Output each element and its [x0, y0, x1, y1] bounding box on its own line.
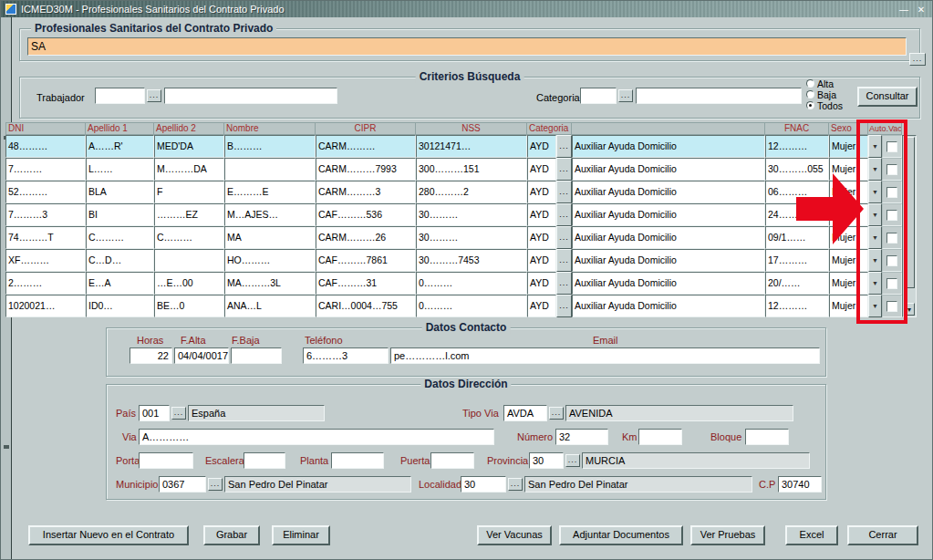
cell-apellido1[interactable]: L…… — [86, 158, 154, 181]
trabajador-code-field[interactable] — [95, 88, 145, 104]
cell-apellido2[interactable]: BE…0 — [154, 295, 224, 317]
fbaja-field[interactable] — [231, 347, 282, 364]
localidad-lov-button[interactable]: ... — [508, 478, 523, 491]
cell-categoria-desc[interactable]: Auxiliar Ayuda Domicilio — [572, 249, 765, 272]
cell-categoria[interactable]: AYD — [527, 181, 556, 203]
title-bar[interactable]: ICMED30M - Profesionales Sanitarios del … — [1, 1, 932, 17]
cell-categoria[interactable]: AYD — [527, 135, 556, 158]
row-categoria-lov-button[interactable]: ... — [556, 158, 572, 181]
ver-vacunas-button[interactable]: Ver Vacunas — [477, 525, 552, 545]
contract-lov-button[interactable]: ... — [909, 53, 926, 66]
row-categoria-lov-button[interactable]: ... — [556, 272, 572, 295]
cell-apellido2[interactable]: F — [154, 181, 224, 203]
tipovia-code-field[interactable]: AVDA — [503, 405, 547, 421]
email-field[interactable]: pe…………l.com — [390, 347, 820, 364]
cell-apellido1[interactable]: C……… — [86, 226, 154, 249]
cell-categoria-desc[interactable]: Auxiliar Ayuda Domicilio — [572, 272, 765, 295]
cell-apellido2[interactable]: ………EZ — [154, 203, 224, 226]
cell-apellido1[interactable]: BLA — [86, 181, 154, 203]
col-header-apellido1[interactable]: Apellido 1 — [86, 122, 154, 135]
cell-nombre[interactable]: ANA…L — [224, 295, 316, 317]
cell-nombre[interactable]: MA — [224, 226, 316, 249]
cell-nombre[interactable]: E………E — [224, 181, 316, 203]
cell-apellido2[interactable]: C……… — [154, 226, 224, 249]
cell-apellido1[interactable]: E…A — [86, 272, 154, 295]
row-categoria-lov-button[interactable]: ... — [556, 181, 572, 203]
cell-apellido1[interactable]: ID0… — [86, 295, 154, 317]
cell-dni[interactable]: 48……… — [5, 135, 86, 158]
cell-categoria[interactable]: AYD — [527, 249, 556, 272]
cell-apellido1[interactable]: A……R' — [86, 135, 154, 158]
col-header-nombre[interactable]: Nombre — [224, 122, 316, 135]
cell-apellido2[interactable]: M………DA — [154, 158, 224, 181]
row-categoria-lov-button[interactable]: ... — [556, 295, 572, 317]
puerta-field[interactable] — [430, 452, 474, 469]
consultar-button[interactable]: Consultar — [857, 87, 917, 107]
cell-nombre[interactable] — [224, 158, 316, 181]
cell-categoria[interactable]: AYD — [527, 158, 556, 181]
municipio-lov-button[interactable]: ... — [208, 478, 223, 491]
col-header-dni[interactable]: DNI — [5, 122, 86, 135]
cell-fnac[interactable]: 17……… — [765, 249, 829, 272]
categoria-code-field[interactable] — [580, 88, 617, 104]
bloque-field[interactable] — [745, 429, 789, 445]
row-categoria-lov-button[interactable]: ... — [556, 135, 572, 158]
via-field[interactable]: A………… — [139, 429, 494, 445]
horas-field[interactable]: 22 — [130, 347, 172, 364]
cell-apellido1[interactable]: BI — [86, 203, 154, 226]
row-categoria-lov-button[interactable]: ... — [556, 249, 572, 272]
cell-dni[interactable]: XF……… — [5, 249, 86, 272]
contract-search-field[interactable]: SA — [27, 37, 907, 56]
cell-apellido2[interactable]: MED'DA — [154, 135, 224, 158]
excel-button[interactable]: Excel — [785, 525, 838, 545]
cp-field[interactable]: 30740 — [778, 476, 822, 493]
cell-categoria-desc[interactable]: Auxiliar Ayuda Domicilio — [572, 203, 765, 226]
adjuntar-documentos-button[interactable]: Adjuntar Documentos — [559, 525, 683, 545]
cell-nss[interactable]: 30……… — [416, 203, 527, 226]
cell-nombre[interactable]: M…AJES… — [224, 203, 316, 226]
pais-code-field[interactable]: 001 — [139, 405, 170, 421]
cell-dni[interactable]: 1020021… — [5, 295, 86, 317]
categoria-name-field[interactable] — [636, 88, 802, 104]
cell-nss[interactable]: 300………151 — [416, 158, 527, 181]
radio-todos[interactable]: Todos — [806, 100, 843, 110]
cell-nss[interactable]: 30……… — [416, 226, 527, 249]
planta-field[interactable] — [331, 452, 384, 469]
cell-cipr[interactable]: CAF………31 — [316, 272, 416, 295]
km-field[interactable] — [638, 429, 682, 445]
falta-field[interactable]: 04/04/0017 — [174, 347, 229, 364]
cell-fnac[interactable]: 12……… — [765, 295, 829, 317]
col-header-categoria[interactable]: Categoria — [527, 122, 572, 135]
cell-cipr[interactable]: CARI…0004…755 — [316, 295, 416, 317]
tipovia-lov-button[interactable]: ... — [549, 407, 564, 420]
eliminar-button[interactable]: Eliminar — [272, 525, 330, 545]
categoria-lov-button[interactable]: ... — [618, 89, 633, 102]
municipio-code-field[interactable]: 0367 — [159, 476, 206, 493]
grabar-button[interactable]: Grabar — [203, 525, 260, 545]
cell-cipr[interactable]: CAF………536 — [316, 203, 416, 226]
cell-categoria-desc[interactable]: Auxiliar Ayuda Domicilio — [572, 135, 765, 158]
cerrar-button[interactable]: Cerrar — [847, 525, 918, 545]
cell-categoria-desc[interactable]: Auxiliar Ayuda Domicilio — [572, 226, 765, 249]
cell-cipr[interactable]: CARM………3 — [316, 181, 416, 203]
provincia-lov-button[interactable]: ... — [565, 454, 580, 467]
close-icon[interactable]: ✕ — [915, 5, 928, 15]
cell-categoria[interactable]: AYD — [527, 203, 556, 226]
cell-categoria-desc[interactable]: Auxiliar Ayuda Domicilio — [572, 181, 765, 203]
cell-nombre[interactable]: B……… — [224, 135, 316, 158]
minimize-icon[interactable]: — — [897, 5, 910, 15]
cell-nombre[interactable]: HO……… — [224, 249, 316, 272]
cell-nss[interactable]: 30………7453 — [416, 249, 527, 272]
localidad-code-field[interactable]: 30 — [461, 476, 506, 493]
numero-field[interactable]: 32 — [555, 429, 608, 445]
trabajador-lov-button[interactable]: ... — [147, 89, 161, 102]
cell-cipr[interactable]: CAF………7861 — [316, 249, 416, 272]
escalera-field[interactable] — [244, 452, 285, 469]
cell-nombre[interactable]: MA………3L — [224, 272, 316, 295]
cell-dni[interactable]: 52……… — [5, 181, 86, 203]
cell-nss[interactable]: 30121471… — [416, 135, 527, 158]
cell-categoria[interactable]: AYD — [527, 226, 556, 249]
cell-nss[interactable]: 280………2 — [416, 181, 527, 203]
cell-categoria[interactable]: AYD — [527, 272, 556, 295]
cell-apellido1[interactable]: C…D… — [86, 249, 154, 272]
